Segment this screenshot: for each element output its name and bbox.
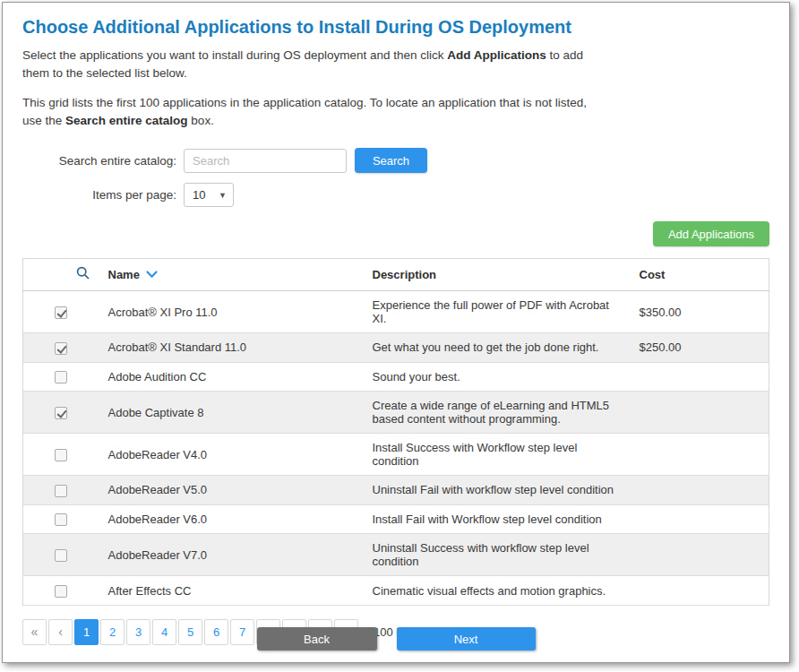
row-checkbox[interactable]: [55, 342, 67, 355]
items-per-page-select[interactable]: 10 ▼: [184, 183, 234, 207]
table-row[interactable]: Acrobat® XI Standard 11.0 Get what you n…: [23, 333, 769, 363]
app-cost: [631, 392, 769, 434]
items-per-page-value: 10: [193, 188, 205, 202]
table-row[interactable]: AdobeReader V4.0 Install Success with Wo…: [23, 434, 769, 476]
checkbox-cell: [23, 476, 99, 505]
search-input[interactable]: [184, 149, 347, 173]
filter-header-cell: [23, 259, 99, 291]
table-row[interactable]: AdobeReader V6.0 Install Fail with Workf…: [23, 504, 769, 534]
table-row[interactable]: Acrobat® XI Pro 11.0 Experience the full…: [23, 291, 769, 333]
app-cost: [631, 362, 769, 392]
checkbox-cell: [23, 291, 99, 333]
search-form: Search entire catalog: Search Items per …: [22, 148, 769, 207]
table-row[interactable]: After Effects CC Cinematic visual effect…: [23, 576, 769, 606]
app-name: AdobeReader V5.0: [99, 476, 364, 505]
row-checkbox[interactable]: [55, 449, 67, 461]
table-body: Acrobat® XI Pro 11.0 Experience the full…: [23, 291, 769, 606]
dialog-window: Choose Additional Applications to Instal…: [2, 2, 790, 663]
app-description: Cinematic visual effects and motion grap…: [364, 576, 631, 606]
table-header-row: Name Description Cost: [23, 259, 769, 291]
next-button[interactable]: Next: [397, 627, 536, 650]
app-description: Get what you need to get the job done ri…: [364, 333, 631, 363]
chevron-down-icon: ▼: [219, 191, 227, 200]
column-header-name[interactable]: Name: [99, 259, 364, 291]
search-catalog-label: Search entire catalog:: [22, 154, 176, 168]
column-header-name-label: Name: [108, 268, 140, 281]
checkbox-cell: [23, 392, 99, 434]
app-description: Uninstall Success with workflow step lev…: [364, 534, 631, 576]
intro-1-text: Select the applications you want to inst…: [22, 48, 447, 62]
row-checkbox[interactable]: [55, 371, 67, 383]
app-name: Adobe Audition CC: [99, 362, 364, 392]
app-name: Adobe Captivate 8: [99, 392, 364, 434]
back-button[interactable]: Back: [257, 627, 377, 650]
row-checkbox[interactable]: [55, 306, 67, 319]
add-applications-button[interactable]: Add Applications: [653, 221, 769, 246]
app-cost: [631, 476, 769, 505]
app-description: Sound your best.: [364, 362, 631, 392]
row-checkbox[interactable]: [55, 585, 67, 598]
add-applications-row: Add Applications: [22, 221, 769, 246]
items-per-page-row: Items per page: 10 ▼: [22, 183, 769, 207]
footer-buttons: Back Next: [3, 627, 789, 650]
row-checkbox[interactable]: [55, 513, 67, 526]
checkbox-cell: [23, 534, 99, 576]
row-checkbox[interactable]: [55, 549, 67, 562]
app-name: Acrobat® XI Pro 11.0: [99, 291, 364, 333]
intro-2-text-post: box.: [188, 114, 214, 127]
checkbox-cell: [23, 362, 99, 392]
intro-1-bold: Add Applications: [447, 48, 546, 62]
app-cost: [631, 504, 769, 534]
table-row[interactable]: Adobe Audition CC Sound your best.: [23, 362, 769, 392]
search-icon[interactable]: [76, 270, 90, 283]
app-cost: [631, 534, 769, 576]
checkbox-cell: [23, 576, 99, 606]
app-name: After Effects CC: [99, 576, 364, 606]
sort-desc-icon: [146, 271, 158, 279]
table-row[interactable]: AdobeReader V5.0 Uninstall Fail with wor…: [23, 476, 769, 505]
checkbox-cell: [23, 333, 99, 363]
search-button[interactable]: Search: [355, 148, 427, 173]
intro-2-bold: Search entire catalog: [65, 114, 188, 127]
table-row[interactable]: Adobe Captivate 8 Create a wide range of…: [23, 392, 769, 434]
row-checkbox[interactable]: [55, 407, 67, 419]
column-header-cost[interactable]: Cost: [631, 259, 769, 291]
items-per-page-label: Items per page:: [22, 188, 176, 202]
intro-paragraph-2: This grid lists the first 100 applicatio…: [22, 94, 609, 130]
app-name: AdobeReader V6.0: [99, 504, 364, 534]
applications-table: Name Description Cost Acrobat® XI Pro 11…: [22, 258, 769, 606]
table-row[interactable]: AdobeReader V7.0 Uninstall Success with …: [23, 534, 769, 576]
app-description: Install Success with Workflow step level…: [364, 434, 631, 476]
app-description: Install Fail with Workflow step level co…: [364, 504, 631, 534]
app-name: Acrobat® XI Standard 11.0: [99, 333, 364, 363]
page-title: Choose Additional Applications to Instal…: [22, 17, 769, 38]
app-cost: [631, 434, 769, 476]
app-cost: [631, 576, 769, 606]
checkbox-cell: [23, 434, 99, 476]
row-checkbox[interactable]: [55, 485, 67, 497]
column-header-description[interactable]: Description: [364, 259, 631, 291]
app-cost: $350.00: [631, 291, 769, 333]
search-row: Search entire catalog: Search: [22, 148, 769, 173]
app-description: Uninstall Fail with workflow step level …: [364, 476, 631, 505]
app-name: AdobeReader V4.0: [99, 434, 364, 476]
app-description: Experience the full power of PDF with Ac…: [364, 291, 631, 333]
checkbox-cell: [23, 504, 99, 534]
app-cost: $250.00: [631, 333, 769, 363]
app-name: AdobeReader V7.0: [99, 534, 364, 576]
app-description: Create a wide range of eLearning and HTM…: [364, 392, 631, 434]
intro-paragraph-1: Select the applications you want to inst…: [22, 47, 609, 82]
